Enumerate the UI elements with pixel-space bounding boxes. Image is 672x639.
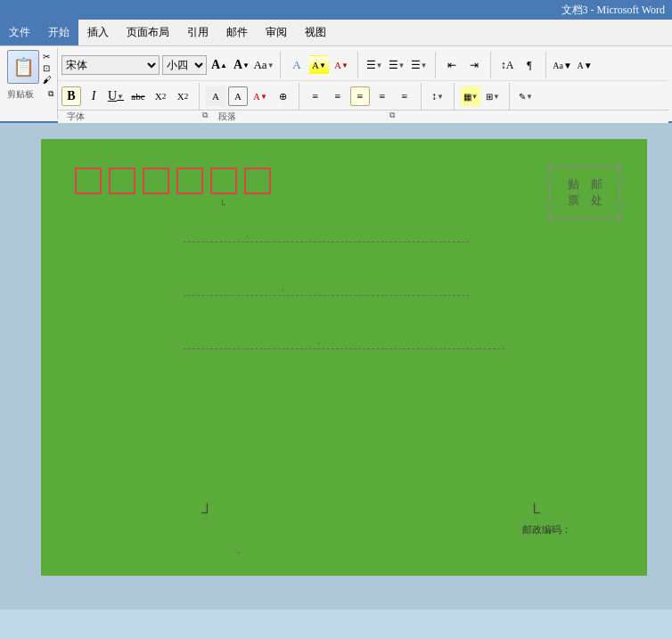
addr-box-5 — [210, 168, 237, 194]
font-section-label: 字体 — [58, 111, 201, 123]
para-expand-btn[interactable]: ⧉ — [388, 111, 397, 123]
sort-button[interactable]: ↕A — [497, 55, 517, 75]
char-border-button[interactable]: A — [228, 86, 248, 106]
font-size-select[interactable]: 小四 12 14 — [162, 55, 207, 75]
bottom-right-corner: └ — [529, 504, 540, 522]
stamp-line-1: 贴 邮 — [568, 176, 602, 193]
multilevel-button[interactable]: ☰▼ — [409, 55, 429, 75]
increase-indent-button[interactable]: ⇥ — [464, 55, 484, 75]
stamp-area: 贴 邮 票 处 — [549, 166, 620, 219]
strikethrough-button[interactable]: abc — [128, 86, 148, 106]
bullets-button[interactable]: ☰▼ — [365, 55, 384, 75]
line-spacing-button[interactable]: ↕▼ — [428, 86, 447, 106]
title-bar: 文档3 - Microsoft Word — [0, 0, 672, 20]
change-case-button[interactable]: Aa▼ — [254, 55, 274, 75]
grow-font-button[interactable]: A▲ — [209, 55, 229, 75]
dot-marker-3: · — [317, 339, 320, 348]
addr-box-3 — [143, 168, 169, 194]
title-text: 文档3 - Microsoft Word — [561, 3, 665, 18]
menu-mailings[interactable]: 邮件 — [217, 20, 257, 45]
dashed-line-3 — [184, 348, 504, 349]
menu-references[interactable]: 引用 — [178, 20, 217, 45]
addr-box-6 — [244, 168, 271, 194]
paste-button[interactable]: 📋 — [7, 50, 39, 84]
menu-home[interactable]: 开始 — [39, 20, 78, 45]
editing-button[interactable]: ✎▼ — [516, 86, 536, 106]
ribbon-sep3 — [435, 52, 436, 78]
font-color2-button[interactable]: A▼ — [250, 86, 270, 106]
ribbon-sep9 — [454, 83, 455, 110]
font-name-select[interactable]: 宋体 — [61, 55, 160, 75]
decrease-indent-button[interactable]: ⇤ — [442, 55, 462, 75]
styles-button[interactable]: Aa▼ — [553, 55, 572, 75]
ribbon-sep1 — [280, 52, 281, 78]
clipboard-section: 📋 ✂ ⊡ 🖌 剪贴板 ⧉ — [4, 48, 58, 119]
dot-marker-2: · — [282, 285, 284, 295]
menu-view[interactable]: 视图 — [296, 20, 335, 45]
section-labels: 字体 ⧉ 段落 ⧉ — [58, 110, 668, 123]
format-painter-button[interactable]: 🖌 — [41, 75, 53, 85]
menu-file[interactable]: 文件 — [0, 20, 39, 45]
ribbon: 📋 ✂ ⊡ 🖌 剪贴板 ⧉ 宋体 小四 — [0, 46, 672, 123]
char-shading-button[interactable]: A — [206, 86, 225, 106]
shrink-font-button[interactable]: A▼ — [232, 55, 251, 75]
ribbon-sep5 — [545, 52, 546, 78]
stamp-line-2: 票 处 — [568, 193, 602, 209]
ribbon-sep8 — [421, 83, 422, 110]
ribbon-sep4 — [490, 52, 491, 78]
numbering-button[interactable]: ☰▼ — [387, 55, 406, 75]
align-center-button[interactable]: ≡ — [328, 86, 348, 106]
bottom-left-corner: ┘ — [201, 504, 213, 522]
dot-marker-bottom: · — [237, 548, 240, 558]
dot-marker-1: · — [246, 232, 249, 242]
address-boxes-container — [75, 168, 271, 194]
menu-bar: 文件 开始 插入 页面布局 引用 邮件 审阅 视图 — [0, 20, 672, 46]
dashed-line-2 — [184, 295, 469, 296]
copy-button[interactable]: ⊡ — [41, 63, 53, 73]
show-marks-button[interactable]: ¶ — [520, 55, 539, 75]
italic-button[interactable]: I — [84, 86, 103, 106]
addr-box-2 — [109, 168, 135, 194]
cut-button[interactable]: ✂ — [41, 52, 53, 61]
clipboard-expand[interactable]: ⧉ — [48, 89, 53, 99]
align-justify-button[interactable]: ≡ — [373, 86, 392, 106]
dashed-line-1 — [184, 242, 469, 242]
bold-button[interactable]: B — [61, 86, 81, 106]
paste-icon: 📋 — [12, 56, 35, 78]
ribbon-sep6 — [199, 83, 200, 110]
clipboard-label: 剪贴板 — [7, 88, 34, 101]
borders-button[interactable]: ⊞▼ — [483, 86, 503, 106]
ribbon-sep2 — [357, 52, 358, 78]
text-effect-button[interactable]: A — [287, 55, 307, 75]
superscript-button[interactable]: X2 — [173, 86, 193, 106]
addr-box-4 — [176, 168, 203, 194]
align-left-button[interactable]: ≡ — [306, 86, 325, 106]
ribbon-sep7 — [299, 83, 299, 110]
distribute-button[interactable]: ≡ — [395, 86, 414, 106]
ribbon-sep10 — [509, 83, 510, 110]
menu-insert[interactable]: 插入 — [78, 20, 118, 45]
font-color-button[interactable]: A▼ — [332, 55, 351, 75]
shading-button[interactable]: ▦▼ — [461, 86, 480, 106]
menu-layout[interactable]: 页面布局 — [118, 20, 178, 45]
menu-review[interactable]: 审阅 — [257, 20, 296, 45]
para-section-label: 段落 — [209, 111, 388, 123]
ribbon-content: 📋 ✂ ⊡ 🖌 剪贴板 ⧉ 宋体 小四 — [4, 48, 668, 119]
document-workspace: └ 贴 邮 票 处 · · · ┘ └ 邮政编码： · — [0, 123, 672, 610]
subscript-button[interactable]: X2 — [151, 86, 170, 106]
envelope-document[interactable]: └ 贴 邮 票 处 · · · ┘ └ 邮政编码： · — [41, 139, 647, 576]
font-expand-btn[interactable]: ⧉ — [201, 111, 209, 123]
highlight-button[interactable]: A▼ — [309, 55, 329, 75]
underline-button[interactable]: U▼ — [106, 86, 126, 106]
text-circle-button[interactable]: ⊕ — [273, 86, 292, 106]
postal-code-label: 邮政编码： — [522, 523, 571, 537]
addr-box-1 — [75, 168, 102, 194]
below-addr-marker: └ — [219, 200, 225, 209]
change-styles-button[interactable]: A▼ — [575, 55, 594, 75]
align-right-button[interactable]: ≡ — [350, 86, 370, 106]
